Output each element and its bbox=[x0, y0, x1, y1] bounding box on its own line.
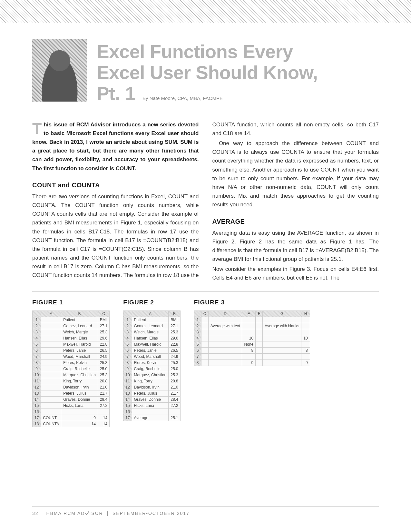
cell bbox=[41, 366, 61, 372]
cell: Gomez, Leonard bbox=[132, 323, 169, 329]
cell bbox=[41, 360, 61, 366]
cell: 9 bbox=[33, 366, 41, 372]
cell: None bbox=[242, 341, 256, 347]
cell: 25.0 bbox=[169, 366, 180, 372]
cell: 10 bbox=[301, 335, 310, 341]
cell bbox=[301, 353, 310, 360]
cell bbox=[263, 317, 301, 323]
cell: 25.0 bbox=[98, 366, 109, 372]
cell bbox=[61, 409, 98, 415]
cell bbox=[301, 323, 310, 329]
col-header: E bbox=[242, 310, 256, 317]
col-header bbox=[123, 310, 132, 317]
cell: 25.3 bbox=[169, 360, 180, 366]
cell bbox=[169, 409, 180, 415]
header-pattern bbox=[0, 0, 411, 23]
col-header: F bbox=[256, 310, 263, 317]
cell: Hansen, Elias bbox=[132, 335, 169, 341]
cell: 6 bbox=[194, 347, 201, 353]
cell: Craig, Rochelle bbox=[61, 366, 98, 372]
cell: 11 bbox=[33, 378, 41, 384]
cell: 9 bbox=[242, 360, 256, 366]
cell: 8 bbox=[242, 347, 256, 353]
cell: Welch, Margie bbox=[61, 329, 98, 335]
cell bbox=[41, 329, 61, 335]
cell bbox=[263, 360, 301, 366]
cell: 2 bbox=[194, 323, 201, 329]
cell: 3 bbox=[33, 329, 41, 335]
page-footer: 32 HBMA RCM ADISOR | SEPTEMBER-OCTOBER 2… bbox=[32, 506, 379, 516]
figure-1-title: FIGURE 1 bbox=[32, 299, 110, 306]
cell: Patient bbox=[61, 317, 98, 323]
col-header: C bbox=[201, 310, 208, 317]
cell bbox=[41, 409, 61, 415]
cell: 9 bbox=[301, 360, 310, 366]
col-header: B bbox=[169, 310, 180, 317]
col-header: A bbox=[41, 310, 61, 317]
cell: Craig, Rochelle bbox=[132, 366, 169, 372]
cell: 1 bbox=[194, 317, 201, 323]
publication-name: HBMA RCM ADISOR bbox=[46, 511, 105, 516]
figure-2-table: AB1PatientBMI2Gomez, Leonard27.13Welch, … bbox=[123, 310, 180, 421]
cell bbox=[242, 353, 256, 360]
cell bbox=[208, 335, 242, 341]
cell: Welch, Margie bbox=[132, 329, 169, 335]
cell: BMI bbox=[169, 317, 180, 323]
cell: 22.8 bbox=[98, 341, 109, 347]
cell: 29.6 bbox=[169, 335, 180, 341]
cell: 29.6 bbox=[98, 335, 109, 341]
cell: Graves, Donnie bbox=[61, 396, 98, 402]
cell bbox=[256, 347, 263, 353]
average-para-1: Averaging data is easy using the AVERAGE… bbox=[212, 229, 379, 264]
cell: 25.3 bbox=[98, 360, 109, 366]
cell bbox=[301, 341, 310, 347]
cell bbox=[41, 335, 61, 341]
cell bbox=[263, 329, 301, 335]
cell: Peters, Julius bbox=[61, 390, 98, 396]
cell bbox=[256, 341, 263, 347]
cell: 25.1 bbox=[169, 415, 180, 421]
cell: 5 bbox=[33, 341, 41, 347]
col-header: A bbox=[132, 310, 169, 317]
cell bbox=[41, 402, 61, 409]
col-header: H bbox=[301, 310, 310, 317]
cell: 0 bbox=[61, 415, 98, 421]
cell: 16 bbox=[33, 409, 41, 415]
cell bbox=[256, 360, 263, 366]
count-para-2: One way to approach the difference betwe… bbox=[212, 139, 379, 209]
cell: Flores, Kelvin bbox=[132, 360, 169, 366]
cell: Peters, Janie bbox=[132, 347, 169, 353]
cell: 14 bbox=[33, 396, 41, 402]
article-title-line3: Pt. 1 bbox=[97, 84, 135, 103]
article-title-line1: Excel Functions Every bbox=[97, 42, 379, 62]
cell bbox=[256, 329, 263, 335]
cell: 12 bbox=[33, 384, 41, 390]
cell bbox=[41, 384, 61, 390]
cell: Davidson, Irvin bbox=[132, 384, 169, 390]
cell bbox=[201, 347, 208, 353]
cell: 27.1 bbox=[169, 323, 180, 329]
cell bbox=[208, 347, 242, 353]
cell: 22.8 bbox=[169, 341, 180, 347]
cell bbox=[242, 329, 256, 335]
cell: 13 bbox=[33, 390, 41, 396]
cell: Marquez, Christian bbox=[132, 372, 169, 378]
cell: 6 bbox=[123, 347, 132, 353]
cell: 6 bbox=[33, 347, 41, 353]
cell: 14 bbox=[123, 396, 132, 402]
cell: Gomez, Leonard bbox=[61, 323, 98, 329]
cell bbox=[242, 317, 256, 323]
cell bbox=[263, 353, 301, 360]
body-columns: T his issue of RCM Advisor introduces a … bbox=[32, 120, 379, 282]
cell: 7 bbox=[33, 353, 41, 360]
average-para-2: Now consider the examples in Figure 3. F… bbox=[212, 265, 379, 282]
cell bbox=[301, 329, 310, 335]
cell: 10 bbox=[123, 372, 132, 378]
cell: King, Torry bbox=[132, 378, 169, 384]
cell: 5 bbox=[123, 341, 132, 347]
cell bbox=[41, 317, 61, 323]
cell bbox=[208, 329, 242, 335]
cell: 8 bbox=[301, 347, 310, 353]
cell bbox=[41, 378, 61, 384]
figure-2-title: FIGURE 2 bbox=[123, 299, 180, 306]
